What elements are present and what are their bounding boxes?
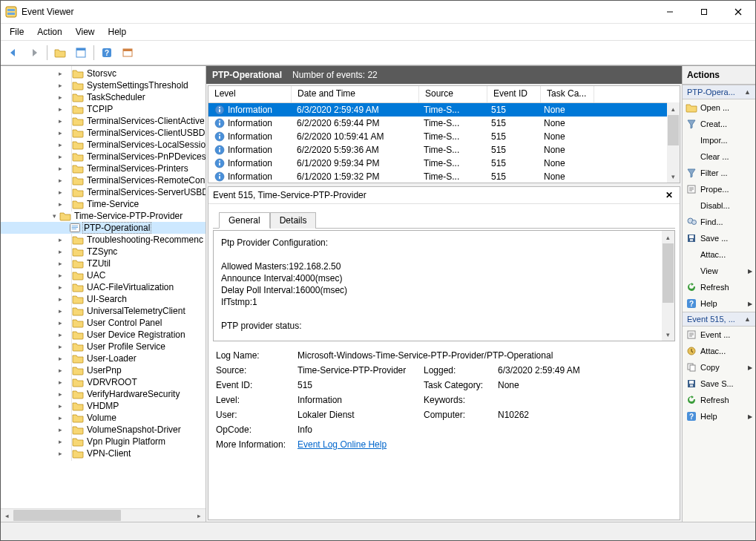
scroll-down-button[interactable]: ▾ — [662, 328, 674, 341]
scroll-thumb[interactable] — [668, 115, 679, 145]
tree-item[interactable]: UAC-FileVirtualization — [1, 281, 206, 293]
tab-details[interactable]: Details — [270, 212, 317, 229]
tree-item[interactable]: TerminalServices-ServerUSBDe — [1, 186, 206, 198]
event-row[interactable]: Information6/3/2020 2:59:49 AMTime-S...5… — [208, 103, 680, 117]
event-row[interactable]: Information6/2/2020 6:59:44 PMTime-S...5… — [208, 117, 680, 130]
link-event-log-online-help[interactable]: Event Log Online Help — [298, 439, 387, 450]
tree-item[interactable]: SystemSettingsThreshold — [1, 79, 206, 91]
action-item[interactable]: Attac... — [683, 246, 755, 263]
menu-action[interactable]: Action — [31, 25, 68, 39]
tab-general[interactable]: General — [219, 212, 270, 229]
tree-item[interactable]: VDRVROOT — [1, 376, 206, 388]
action-item[interactable]: Save S... — [683, 376, 755, 392]
column-event-id[interactable]: Event ID — [487, 86, 541, 102]
action-item[interactable]: View▶ — [683, 263, 755, 279]
tree-item[interactable]: Time-Service-PTP-Provider — [1, 210, 206, 222]
tree-item[interactable]: VolumeSnapshot-Driver — [1, 424, 206, 436]
description-scrollbar[interactable]: ▴ ▾ — [662, 231, 674, 341]
tree-item[interactable]: PTP-Operational — [1, 222, 206, 234]
maximize-button[interactable] — [687, 1, 721, 23]
menu-view[interactable]: View — [70, 25, 101, 39]
menu-file[interactable]: File — [4, 25, 30, 39]
event-row[interactable]: Information6/1/2020 9:59:34 PMTime-S...5… — [208, 157, 680, 170]
tree-item[interactable]: UI-Search — [1, 293, 206, 305]
event-row[interactable]: Information6/2/2020 10:59:41 AMTime-S...… — [208, 130, 680, 143]
action-item[interactable]: Refresh — [683, 279, 755, 295]
action-item[interactable]: Attac... — [683, 343, 755, 359]
help-button[interactable]: ? — [97, 43, 116, 62]
action-item[interactable]: Prope... — [683, 181, 755, 197]
tree-item[interactable]: UserPnp — [1, 364, 206, 376]
tree-item[interactable]: Vpn Plugin Platform — [1, 436, 206, 447]
tree-twisty[interactable] — [49, 446, 72, 461]
tree-item[interactable]: TZUtil — [1, 258, 206, 269]
tree-item[interactable]: User Control Panel — [1, 317, 206, 329]
action-item[interactable]: Event ... — [683, 327, 755, 343]
action-item[interactable]: Save ... — [683, 230, 755, 246]
tree-item[interactable]: TerminalServices-LocalSession — [1, 139, 206, 151]
minimize-button[interactable] — [653, 1, 687, 23]
show-tree-button[interactable] — [50, 43, 70, 62]
action-item[interactable]: Clear ... — [683, 148, 755, 165]
tree-horizontal-scrollbar[interactable]: ◂ ▸ — [1, 508, 206, 522]
tree-item[interactable]: TCPIP — [1, 103, 206, 115]
forward-button[interactable] — [24, 43, 44, 62]
action-item[interactable]: ?Help▶ — [683, 295, 755, 312]
scroll-up-button[interactable]: ▴ — [667, 102, 680, 115]
tree[interactable]: StorsvcSystemSettingsThresholdTaskSchedu… — [1, 66, 206, 508]
tree-item[interactable]: Storsvc — [1, 68, 206, 79]
tree-item[interactable]: TerminalServices-RemoteCon — [1, 174, 206, 186]
tree-item[interactable]: Time-Service — [1, 198, 206, 210]
tree-item[interactable]: Troubleshooting-Recommenc — [1, 234, 206, 246]
tree-twisty[interactable] — [49, 197, 72, 212]
grid-vertical-scrollbar[interactable]: ▴ ▾ — [667, 102, 680, 183]
tree-item[interactable]: VHDMP — [1, 400, 206, 412]
action-item[interactable]: Open ... — [683, 99, 755, 116]
action-item[interactable]: Disabl... — [683, 197, 755, 214]
column-source[interactable]: Source — [419, 86, 487, 102]
column-task-category[interactable]: Task Ca... — [541, 86, 594, 102]
tree-item[interactable]: UAC — [1, 269, 206, 281]
scroll-right-button[interactable]: ▸ — [193, 509, 206, 522]
collapse-icon[interactable]: ▲ — [744, 315, 751, 323]
action-item[interactable]: Find... — [683, 214, 755, 230]
tree-item[interactable]: Volume — [1, 412, 206, 424]
tree-item[interactable]: TerminalServices-ClientUSBDe — [1, 127, 206, 139]
menu-help[interactable]: Help — [102, 25, 133, 39]
event-row[interactable]: Information6/2/2020 5:59:36 AMTime-S...5… — [208, 143, 680, 157]
tree-item[interactable]: UniversalTelemetryClient — [1, 305, 206, 317]
action-item[interactable]: ?Help▶ — [683, 408, 755, 424]
event-row[interactable]: Information6/1/2020 1:59:32 PMTime-S...5… — [208, 170, 680, 183]
events-grid[interactable]: Level Date and Time Source Event ID Task… — [208, 86, 680, 183]
tree-item[interactable]: User Profile Service — [1, 341, 206, 353]
collapse-icon[interactable]: ▲ — [744, 88, 751, 96]
scroll-up-button[interactable]: ▴ — [662, 231, 674, 243]
scroll-down-button[interactable]: ▾ — [667, 170, 680, 183]
back-button[interactable] — [4, 43, 23, 62]
tree-item[interactable]: User-Loader — [1, 353, 206, 364]
tree-item[interactable]: TZSync — [1, 246, 206, 258]
grid-header[interactable]: Level Date and Time Source Event ID Task… — [208, 86, 680, 103]
properties-button[interactable] — [71, 43, 91, 62]
column-datetime[interactable]: Date and Time — [292, 86, 419, 102]
tree-item[interactable]: VerifyHardwareSecurity — [1, 388, 206, 400]
scroll-thumb[interactable] — [663, 243, 674, 303]
action-item[interactable]: Creat... — [683, 116, 755, 132]
tree-item[interactable]: TerminalServices-PnPDevices — [1, 151, 206, 163]
column-level[interactable]: Level — [208, 86, 292, 102]
scroll-thumb[interactable] — [13, 510, 121, 521]
action-item[interactable]: Copy▶ — [683, 359, 755, 376]
panel-button[interactable] — [118, 43, 137, 62]
scroll-left-button[interactable]: ◂ — [1, 509, 13, 522]
tree-item[interactable]: VPN-Client — [1, 447, 206, 459]
tree-item[interactable]: TerminalServices-ClientActive — [1, 115, 206, 127]
action-item[interactable]: Refresh — [683, 392, 755, 408]
tree-item[interactable]: TaskScheduler — [1, 91, 206, 103]
tree-twisty[interactable] — [49, 211, 59, 221]
tree-item[interactable]: User Device Registration — [1, 329, 206, 341]
action-item[interactable]: Impor... — [683, 132, 755, 148]
titlebar[interactable]: Event Viewer — [1, 1, 755, 24]
tree-item[interactable]: TerminalServices-Printers — [1, 163, 206, 174]
close-button[interactable] — [721, 1, 755, 23]
detail-close-button[interactable]: ✕ — [663, 189, 675, 201]
